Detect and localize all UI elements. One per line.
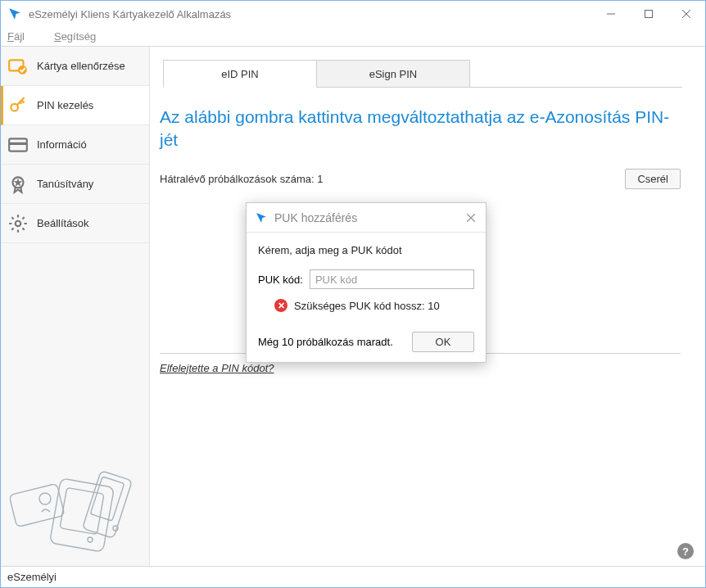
attempts-label: Hátralévő próbálkozások száma: 1	[160, 173, 323, 185]
svg-point-12	[39, 493, 51, 504]
close-button[interactable]	[668, 1, 705, 27]
card-check-icon	[7, 56, 29, 77]
sidebar-item-label: Tanúsítvány	[37, 178, 93, 190]
svg-point-10	[16, 220, 21, 226]
tab-eid-pin[interactable]: eID PIN	[163, 60, 317, 88]
app-icon	[7, 7, 22, 21]
minimize-button[interactable]	[592, 1, 630, 27]
gear-icon	[7, 213, 29, 234]
page-heading: Az alábbi gombra kattintva megváltoztath…	[160, 106, 682, 152]
statusbar-text: eSzemélyi	[7, 571, 57, 583]
tab-esign-pin[interactable]: eSign PIN	[316, 60, 470, 88]
statusbar: eSzemélyi	[1, 566, 705, 587]
svg-rect-1	[645, 11, 653, 18]
sidebar: Kártya ellenőrzése PIN kezelés Informáci…	[1, 47, 150, 566]
sidebar-item-pin-mgmt[interactable]: PIN kezelés	[1, 86, 149, 125]
tab-label: eSign PIN	[369, 68, 418, 80]
change-button[interactable]: Cserél	[625, 169, 681, 189]
sidebar-illustration	[1, 455, 149, 566]
svg-rect-17	[90, 477, 124, 521]
badge-icon	[7, 174, 29, 195]
sidebar-item-settings[interactable]: Beállítások	[1, 204, 149, 243]
error-row: ✕ Szükséges PUK kód hossz: 10	[274, 299, 474, 312]
app-icon	[255, 211, 268, 224]
tab-label: eID PIN	[221, 68, 259, 80]
titlebar: eSzemélyi Kliens Kártyakezelő Alkalmazás	[1, 1, 705, 27]
forgot-pin-link[interactable]: Elfelejtette a PIN kódot?	[160, 362, 682, 374]
ok-button[interactable]: OK	[412, 332, 474, 352]
sidebar-item-cert[interactable]: Tanúsítvány	[1, 165, 149, 204]
dialog-close-icon[interactable]	[464, 211, 477, 224]
svg-rect-8	[9, 142, 27, 144]
sidebar-item-label: Információ	[37, 138, 87, 151]
error-icon: ✕	[274, 299, 287, 312]
svg-point-15	[88, 537, 93, 542]
menubar: Fájl Segítség	[1, 27, 705, 47]
help-icon[interactable]: ?	[677, 543, 694, 559]
svg-rect-13	[50, 478, 115, 552]
dialog-message: Kérem, adja meg a PUK kódot	[258, 244, 474, 256]
menu-help[interactable]: Segítség	[54, 30, 111, 43]
sidebar-item-info[interactable]: Információ	[1, 125, 149, 165]
puk-dialog: PUK hozzáférés Kérem, adja meg a PUK kód…	[246, 202, 487, 363]
card-icon	[7, 134, 29, 156]
tabs: eID PIN eSign PIN	[163, 60, 682, 88]
puk-input[interactable]	[310, 269, 474, 289]
remaining-attempts: Még 10 próbálkozás maradt.	[258, 336, 393, 348]
menu-file[interactable]: Fájl	[7, 30, 39, 43]
puk-field-label: PUK kód:	[258, 274, 303, 286]
sidebar-item-label: Kártya ellenőrzése	[37, 60, 125, 72]
sidebar-item-label: Beállítások	[37, 217, 89, 229]
sidebar-item-label: PIN kezelés	[37, 99, 93, 111]
svg-point-6	[11, 103, 18, 111]
sidebar-item-card-check[interactable]: Kártya ellenőrzése	[1, 47, 149, 86]
key-icon	[7, 95, 29, 116]
svg-point-5	[18, 65, 27, 74]
dialog-title: PUK hozzáférés	[274, 211, 357, 224]
error-text: Szükséges PUK kód hossz: 10	[294, 300, 440, 312]
dialog-titlebar: PUK hozzáférés	[247, 203, 486, 233]
maximize-button[interactable]	[630, 1, 668, 27]
window-title: eSzemélyi Kliens Kártyakezelő Alkalmazás	[29, 8, 231, 20]
svg-rect-14	[60, 487, 104, 534]
